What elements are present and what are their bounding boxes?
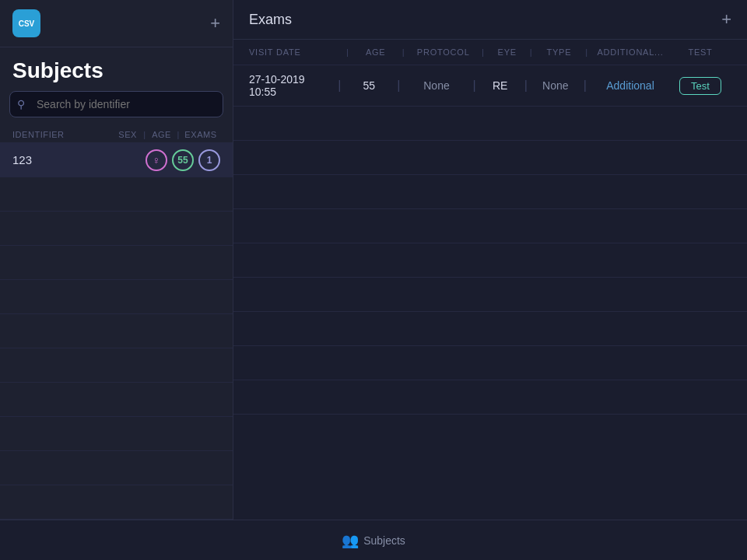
- logo-text: CSV: [19, 19, 35, 28]
- empty-row: [233, 209, 747, 243]
- main-layout: CSV + Subjects ⚲ IDENTIFIER SEX | AGE | …: [0, 0, 747, 520]
- nav-subjects-label: Subjects: [363, 534, 405, 547]
- bottom-nav: 👥 Subjects: [0, 520, 747, 560]
- gender-badge: ♀: [146, 149, 167, 171]
- col-age-header: AGE: [148, 130, 176, 139]
- empty-row: [0, 246, 233, 280]
- search-input[interactable]: [9, 91, 223, 117]
- empty-row: [233, 141, 747, 175]
- exam-eye: RE: [481, 79, 520, 92]
- app-logo: CSV: [12, 9, 40, 37]
- subjects-title: Subjects: [0, 47, 233, 91]
- exam-protocol: None: [405, 79, 468, 92]
- test-badge[interactable]: Test: [679, 77, 721, 95]
- subjects-nav-icon: 👥: [342, 532, 359, 549]
- exam-type: None: [532, 79, 579, 92]
- exam-row[interactable]: 27-10-2019 10:55 | 55 | None | RE | None…: [233, 65, 747, 107]
- empty-row: [0, 280, 233, 314]
- exam-col-additional-header: ADDITIONAL...: [591, 47, 669, 57]
- exam-col-test-header: TEST: [669, 47, 731, 57]
- app-container: CSV + Subjects ⚲ IDENTIFIER SEX | AGE | …: [0, 0, 747, 560]
- col-exams-header: EXAMS: [181, 130, 220, 139]
- empty-row: [0, 348, 233, 383]
- empty-row: [0, 314, 233, 348]
- exam-age: 55: [345, 79, 392, 92]
- empty-row: [233, 346, 747, 380]
- exam-col-eye-header: EYE: [488, 47, 527, 57]
- subject-id: 123: [12, 153, 146, 166]
- exam-additional: Additional: [591, 79, 669, 92]
- empty-row: [0, 417, 233, 451]
- exams-header: Exams +: [233, 0, 747, 40]
- search-icon: ⚲: [17, 98, 25, 110]
- main-content: Exams + VISIT DATE | AGE | PROTOCOL | EY…: [233, 0, 747, 520]
- empty-row: [0, 383, 233, 417]
- exams-badge: 1: [198, 149, 220, 171]
- exams-table-header: VISIT DATE | AGE | PROTOCOL | EYE | TYPE…: [233, 40, 747, 65]
- empty-row: [0, 451, 233, 485]
- col-sex-header: SEX: [114, 130, 142, 139]
- empty-row: [0, 485, 233, 520]
- empty-row: [0, 177, 233, 212]
- search-wrapper: ⚲: [9, 91, 223, 117]
- sidebar: CSV + Subjects ⚲ IDENTIFIER SEX | AGE | …: [0, 0, 233, 520]
- sidebar-header: CSV +: [0, 0, 233, 47]
- empty-row: [233, 175, 747, 209]
- subjects-list-header: IDENTIFIER SEX | AGE | EXAMS: [0, 127, 233, 143]
- empty-row: [0, 212, 233, 246]
- exam-empty-area: [233, 107, 747, 520]
- exam-col-type-header: TYPE: [535, 47, 582, 57]
- subject-row[interactable]: 123 ♀ 55 1: [0, 143, 233, 177]
- exam-test: Test: [669, 79, 731, 93]
- empty-row: [233, 107, 747, 141]
- add-exam-button[interactable]: +: [721, 9, 731, 30]
- empty-row: [233, 243, 747, 278]
- exam-col-visit-header: VISIT DATE: [249, 47, 343, 57]
- nav-subjects[interactable]: 👥 Subjects: [342, 532, 405, 549]
- search-container: ⚲: [0, 91, 233, 127]
- empty-row: [233, 278, 747, 312]
- exams-title: Exams: [249, 12, 292, 28]
- exam-visit-date: 27-10-2019 10:55: [249, 73, 333, 98]
- empty-row: [233, 380, 747, 415]
- age-badge: 55: [172, 149, 194, 171]
- subject-badges: ♀ 55 1: [146, 149, 220, 171]
- empty-rows: [0, 177, 233, 520]
- add-subject-button[interactable]: +: [210, 15, 220, 32]
- exam-col-age-header: AGE: [352, 47, 399, 57]
- exam-col-protocol-header: PROTOCOL: [408, 47, 479, 57]
- col-identifier-header: IDENTIFIER: [12, 130, 114, 139]
- empty-row: [233, 312, 747, 346]
